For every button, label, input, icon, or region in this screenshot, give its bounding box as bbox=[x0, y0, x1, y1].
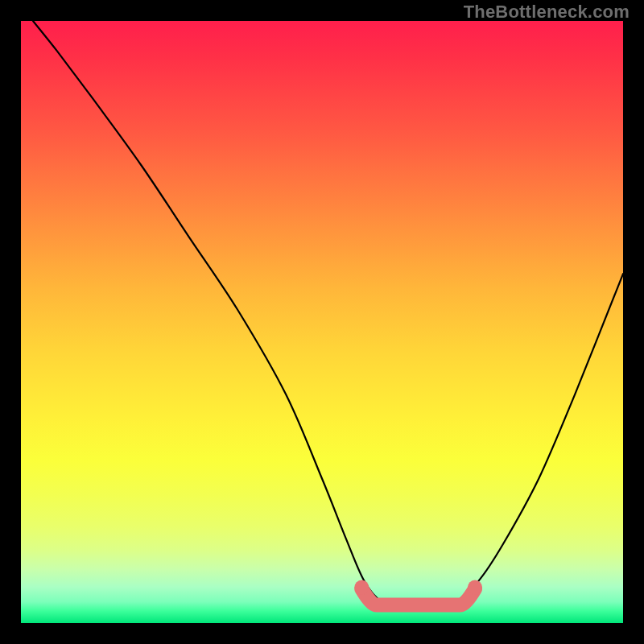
optimal-region-marker-end-left bbox=[354, 580, 369, 595]
bottleneck-curve bbox=[33, 21, 623, 605]
curve-svg bbox=[21, 21, 623, 623]
plot-area bbox=[21, 21, 623, 623]
watermark-text: TheBottleneck.com bbox=[464, 2, 630, 23]
optimal-region-marker bbox=[361, 589, 475, 605]
chart-frame: TheBottleneck.com bbox=[0, 0, 644, 644]
optimal-region-marker-end-right bbox=[468, 580, 482, 595]
